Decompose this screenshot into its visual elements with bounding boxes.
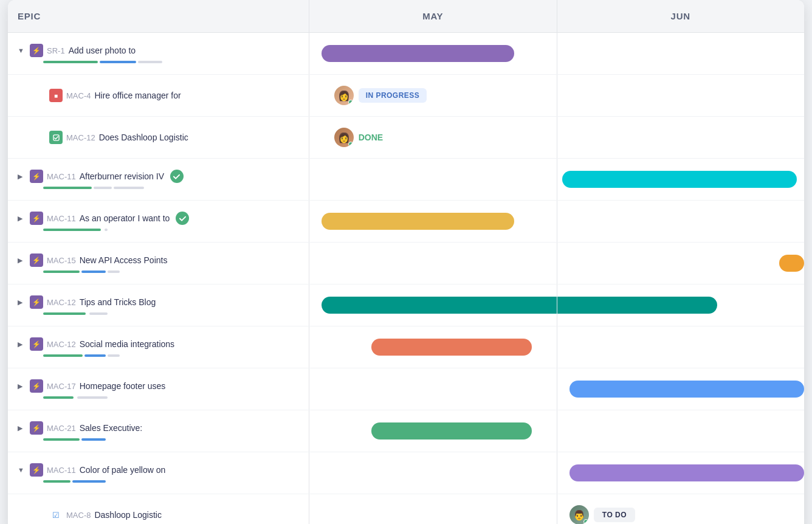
progress-bar-segment [114, 187, 144, 189]
gantt-may-cell: 👩DONE [309, 117, 557, 158]
avatar: 👩 [334, 86, 354, 105]
progress-bar-segment [108, 354, 120, 357]
epic-main: ▶MAC-12Tips and Tricks Blog [18, 295, 301, 309]
epic-id: MAC-17 [47, 382, 76, 391]
epic-type-icon [30, 253, 43, 267]
gantt-may-cell [309, 368, 557, 410]
table-row: ▼MAC-11Color of pale yellow on [8, 452, 804, 494]
progress-bars [18, 61, 301, 63]
checkbox-icon [52, 511, 60, 520]
chevron-icon[interactable]: ▶ [18, 298, 26, 306]
header-epic: Epic [8, 0, 309, 32]
gantt-jun-cell [557, 243, 805, 284]
epic-main: ▶MAC-17Homepage footer uses [18, 379, 301, 393]
progress-bar-segment [43, 312, 86, 315]
chevron-icon[interactable]: ▶ [18, 215, 26, 222]
lightning-icon [32, 424, 41, 432]
gantt-jun-cell [557, 326, 805, 368]
progress-bars [18, 438, 301, 441]
epic-title: Hire office manager for [94, 91, 181, 100]
epic-type-icon [30, 212, 43, 225]
progress-bars [18, 396, 301, 399]
chevron-icon[interactable]: ▼ [18, 47, 26, 54]
epic-cell: ▶MAC-11Afterburner revision IV [8, 164, 309, 195]
chevron-icon[interactable]: ▼ [18, 466, 26, 474]
table-row: ▼SR-1Add user photo to [8, 33, 804, 75]
chevron-icon[interactable]: ▶ [18, 340, 26, 348]
lightning-icon [32, 340, 41, 348]
header-may: MAY [309, 0, 557, 32]
gantt-may-cell [309, 410, 557, 452]
gantt-may-cell [309, 326, 557, 368]
table-row: ▶MAC-11Afterburner revision IV [8, 159, 804, 201]
done-badge [176, 212, 189, 225]
table-row: MAC-12Does Dashloop Logistic👩DONE [8, 117, 804, 159]
chevron-icon[interactable]: ▶ [18, 257, 26, 264]
epic-cell: ▼SR-1Add user photo to [8, 38, 309, 69]
epic-cell: MAC-12Does Dashloop Logistic [8, 125, 309, 150]
epic-main: MAC-4Hire office manager for [37, 89, 301, 102]
epic-id: MAC-11 [47, 172, 76, 181]
gantt-jun-cell [557, 75, 805, 116]
chevron-icon[interactable]: ▶ [18, 173, 26, 181]
progress-bar-segment [138, 61, 162, 63]
rows-container: ▼SR-1Add user photo toMAC-4Hire office m… [8, 33, 804, 524]
epic-title: Afterburner revision IV [80, 171, 164, 181]
progress-bar-segment [43, 480, 71, 483]
gantt-may-cell: 👩IN PROGRESS [309, 75, 557, 116]
gantt-bar [569, 464, 804, 481]
lightning-icon [32, 46, 41, 55]
checkmark-icon [53, 134, 60, 141]
epic-id: MAC-8 [66, 511, 91, 520]
gantt-may-cell [309, 201, 557, 242]
progress-bars [18, 187, 301, 189]
epic-id: MAC-4 [66, 91, 91, 100]
progress-bar-segment [72, 480, 106, 483]
in-progress-status: 👩IN PROGRESS [334, 86, 427, 105]
epic-main: ▼SR-1Add user photo to [18, 44, 301, 57]
epic-type-icon [30, 379, 43, 393]
gantt-jun-cell [557, 410, 805, 452]
epic-title: Add user photo to [69, 46, 136, 55]
epic-cell: ▼MAC-11Color of pale yellow on [8, 457, 309, 489]
table-row: ▶MAC-15New API Access Points [8, 243, 804, 284]
epic-id: MAC-11 [47, 214, 76, 223]
gantt-bar [779, 255, 804, 272]
epic-main: ▶MAC-21Sales Executive: [18, 421, 301, 435]
epic-main: MAC-8Dashloop Logistic [37, 508, 301, 522]
epic-type-icon [30, 170, 43, 183]
progress-bar-segment [43, 271, 80, 273]
epic-type-icon [30, 421, 43, 435]
epic-title: Sales Executive: [80, 423, 143, 433]
epic-cell: ▶MAC-12Tips and Tricks Blog [8, 289, 309, 321]
gantt-may-cell [309, 33, 557, 74]
progress-bars [18, 480, 301, 483]
chevron-icon[interactable]: ▶ [18, 382, 26, 390]
avatar: 👩 [334, 128, 354, 147]
epic-id: SR-1 [47, 46, 65, 55]
gantt-jun-cell [557, 159, 805, 200]
header-row: Epic MAY JUN [8, 0, 804, 33]
done-badge-text: DONE [359, 133, 383, 142]
lightning-icon [32, 172, 41, 181]
done-badge [170, 170, 184, 183]
epic-title: Social media integrations [80, 339, 174, 349]
gantt-jun-cell [557, 452, 805, 494]
chevron-icon[interactable]: ▶ [18, 424, 26, 432]
avatar: 👨 [569, 505, 589, 524]
epic-main: ▼MAC-11Color of pale yellow on [18, 463, 301, 477]
epic-main: ▶MAC-11As an operator I want to [18, 212, 301, 225]
gantt-may-cell [309, 494, 557, 524]
epic-type-icon [49, 508, 63, 522]
epic-id: MAC-12 [47, 298, 76, 307]
progress-bar-segment [89, 312, 108, 315]
gantt-bar [562, 171, 797, 188]
lightning-icon [32, 382, 41, 390]
epic-type-icon [49, 131, 63, 144]
epic-cell: MAC-8Dashloop Logistic [8, 502, 309, 524]
table-row: ▶MAC-17Homepage footer uses [8, 368, 804, 410]
epic-type-icon [30, 463, 43, 477]
epic-main: ▶MAC-15New API Access Points [18, 253, 301, 267]
online-dot [348, 142, 353, 147]
progress-bar-segment [84, 354, 106, 357]
